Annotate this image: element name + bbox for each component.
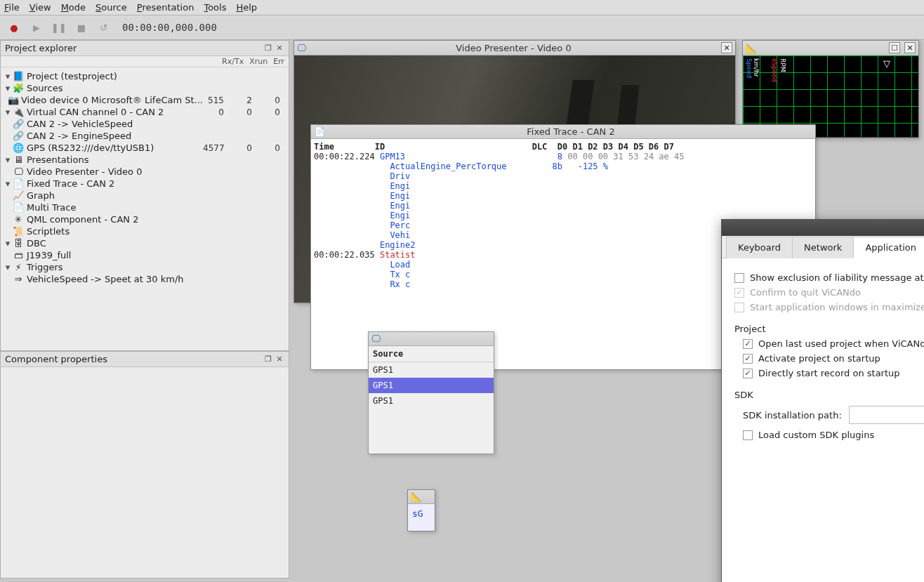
dbfile-icon: 🗃 — [12, 250, 25, 260]
source-window[interactable]: 🖵 Source GPS1 GPS1 GPS1 — [368, 331, 494, 454]
signal-icon: 🔗 — [12, 131, 25, 141]
db-icon: 🗄 — [12, 238, 25, 249]
source-item-selected[interactable]: GPS1 — [369, 378, 494, 393]
gauge-icon: 📐 — [411, 491, 422, 502]
settings-titlebar[interactable]: Settings ✕ — [722, 220, 924, 236]
col-rxtx: Rx/Tx — [222, 57, 244, 66]
menu-tools[interactable]: Tools — [204, 2, 226, 13]
checkbox-exclusion[interactable] — [734, 273, 744, 283]
checkbox-activate[interactable]: ✓ — [743, 354, 753, 364]
play-button[interactable]: ▶ — [28, 19, 45, 36]
tree-vcan[interactable]: ▾🔌Virtual CAN channel 0 - CAN 2 000 — [2, 106, 287, 118]
settings-content: Show exclusion of liability message at s… — [722, 258, 924, 582]
section-project: Project — [734, 324, 924, 334]
restore-icon[interactable]: ❐ — [263, 44, 273, 53]
stop-button[interactable]: ■ — [73, 19, 90, 36]
qml-icon: ✳ — [12, 214, 25, 225]
tree-dbc[interactable]: ▾🗄DBC — [2, 237, 287, 249]
col-err: Err — [273, 57, 284, 66]
trace-icon: 📄 — [12, 178, 25, 189]
menu-help[interactable]: Help — [236, 2, 257, 13]
component-properties-title: Component properties — [5, 354, 107, 364]
col-xrun: Xrun — [249, 57, 268, 66]
project-explorer-header: Project explorer ❐ ✕ — [1, 41, 289, 56]
gauge-rpm-label: RPM — [779, 58, 786, 72]
label-maximized: Start application windows in maximized m… — [750, 302, 924, 312]
tree-presentations[interactable]: ▾🖥Presentations — [2, 154, 287, 166]
video-window-title: Video Presenter - Video 0 — [310, 43, 717, 53]
camera-icon: 📷 — [8, 95, 19, 105]
record-button[interactable]: ● — [6, 19, 22, 36]
tree-video-device[interactable]: 📷Video device 0 Microsoft® LifeCam St...… — [2, 94, 287, 106]
tree-trigger-vs[interactable]: ⇒VehicleSpeed -> Speet at 30 km/h — [2, 273, 287, 285]
label-open-last: Open last used project when ViCANdo star… — [758, 338, 924, 349]
sources-icon: 🧩 — [12, 83, 25, 93]
tree-can-vehiclespeed[interactable]: 🔗CAN 2 -> VehicleSpeed — [2, 118, 287, 130]
project-tree[interactable]: ▾📘Project (testproject) ▾🧩Sources 📷Video… — [1, 67, 289, 350]
checkbox-open-last[interactable]: ✓ — [743, 339, 753, 349]
component-properties-header: Component properties ❐ ✕ — [1, 352, 289, 367]
gauge-kmh-label: km/hr — [753, 58, 760, 77]
tree-scriptlets[interactable]: 📜Scriptlets — [2, 225, 287, 237]
tree-project[interactable]: ▾📘Project (testproject) — [2, 70, 287, 82]
sg-panel[interactable]: 📐 sG — [407, 489, 435, 531]
project-explorer-title: Project explorer — [5, 43, 77, 53]
gps-icon: 🌐 — [12, 143, 25, 153]
close-icon[interactable]: ✕ — [275, 44, 284, 53]
close-icon[interactable]: ✕ — [721, 42, 732, 53]
tree-multi-trace[interactable]: 📄Multi Trace — [2, 201, 287, 213]
tree-sources[interactable]: ▾🧩Sources — [2, 82, 287, 94]
tree-can-enginespeed[interactable]: 🔗CAN 2 -> EngineSpeed — [2, 130, 287, 142]
menu-file[interactable]: File — [4, 2, 20, 13]
tree-fixed-trace[interactable]: ▾📄Fixed Trace - CAN 2 — [2, 178, 287, 190]
settings-dialog: Settings ✕ Keyboard Network Application … — [721, 219, 924, 582]
tab-network[interactable]: Network — [792, 237, 854, 258]
sdk-path-input[interactable] — [849, 406, 924, 424]
checkbox-record[interactable]: ✓ — [743, 369, 753, 378]
tree-graph[interactable]: 📈Graph — [2, 190, 287, 201]
label-exclusion: Show exclusion of liability message at s… — [750, 272, 924, 283]
tree-triggers[interactable]: ▾⚡Triggers — [2, 261, 287, 273]
label-record: Directly start record on startup — [758, 368, 900, 378]
close-icon[interactable]: ✕ — [904, 42, 916, 53]
pause-button[interactable]: ❚❚ — [51, 19, 67, 36]
tree-columns-header: Rx/Tx Xrun Err — [1, 56, 289, 67]
trigger-item-icon: ⇒ — [12, 274, 25, 284]
label-plugins: Load custom SDK plugins — [758, 430, 874, 440]
tab-keyboard[interactable]: Keyboard — [726, 237, 793, 258]
menu-presentation[interactable]: Presentation — [137, 2, 194, 13]
label-activate: Activate project on startup — [758, 353, 880, 364]
checkbox-plugins[interactable] — [743, 430, 753, 440]
presentations-icon: 🖥 — [12, 154, 25, 165]
timecode: 00:00:00,000.000 — [122, 22, 217, 33]
tree-gps[interactable]: 🌐GPS (RS232:///dev/ttyUSB1) 457700 — [2, 142, 287, 154]
loop-button[interactable]: ↺ — [95, 19, 112, 36]
toolbar: ● ▶ ❚❚ ■ ↺ 00:00:00,000.000 — [0, 15, 924, 40]
source-item[interactable]: GPS1 — [369, 393, 494, 409]
gauge-window[interactable]: 📐 ☐ ✕ Speed km/hr eSpeed RPM ▽ — [742, 40, 919, 138]
source-item[interactable]: GPS1 — [369, 362, 494, 378]
tree-j1939[interactable]: 🗃J1939_full — [2, 249, 287, 261]
trace-columns: Time ID DLC D0 D1 D2 D3 D4 D5 D6 D7 — [314, 142, 812, 152]
component-properties-body — [1, 367, 289, 578]
maximize-icon[interactable]: ☐ — [889, 42, 900, 53]
tree-qml[interactable]: ✳QML component - CAN 2 — [2, 213, 287, 225]
gauge-icon: 📐 — [746, 43, 757, 53]
can-icon: 🔌 — [12, 107, 25, 117]
project-icon: 📘 — [12, 71, 25, 81]
tab-application[interactable]: Application — [853, 237, 924, 258]
menu-source[interactable]: Source — [95, 2, 127, 13]
menu-mode[interactable]: Mode — [61, 2, 86, 13]
gauge-espeed-label: eSpeed — [771, 58, 778, 82]
menubar: File View Mode Source Presentation Tools… — [0, 0, 924, 15]
restore-icon[interactable]: ❐ — [263, 355, 273, 364]
trigger-icon: ⚡ — [12, 262, 25, 272]
monitor-icon: 🖵 — [12, 166, 25, 177]
monitor-icon: 🖵 — [297, 43, 306, 53]
tree-video-presenter[interactable]: 🖵Video Presenter - Video 0 — [2, 166, 287, 178]
trace-icon: 📄 — [314, 126, 325, 137]
menu-view[interactable]: View — [29, 2, 51, 13]
close-icon[interactable]: ✕ — [275, 355, 284, 364]
gauge-speed-label: Speed — [746, 58, 753, 78]
needle-icon: ▽ — [883, 58, 890, 69]
